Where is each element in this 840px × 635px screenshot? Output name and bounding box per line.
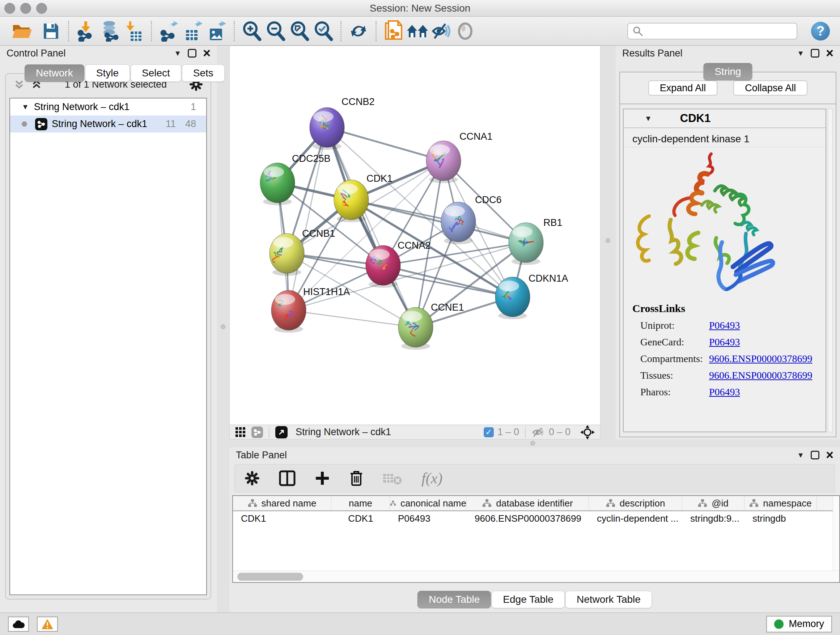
collapse-all-icon[interactable] [13, 78, 25, 90]
delete-column-icon[interactable] [349, 470, 363, 486]
crosshair-icon[interactable] [580, 424, 595, 440]
hide-glass-button[interactable] [429, 19, 453, 43]
network-canvas[interactable]: CCNB2CCNA1CDC25BCDK1CDC6RB1CCNB1CCNA2CDK… [230, 46, 600, 425]
zoom-in-button[interactable] [240, 19, 264, 43]
window-close-button[interactable] [4, 3, 15, 14]
right-splitter[interactable] [600, 46, 616, 440]
gear-icon[interactable] [244, 470, 260, 486]
table-cell[interactable]: cyclin-dependent ... [589, 511, 682, 526]
string-document-button[interactable] [382, 19, 406, 43]
network-node-HIST1H1A[interactable] [271, 290, 306, 333]
column-header-name[interactable]: name [332, 496, 390, 510]
results-scrollbar[interactable] [828, 109, 833, 432]
crosslink-link[interactable]: 9606.ENSP00000378699 [709, 370, 812, 381]
table-cell[interactable]: P06493 [390, 511, 467, 526]
zoom-fit-button[interactable] [287, 19, 311, 43]
panel-close-icon[interactable]: × [826, 451, 834, 459]
network-view[interactable]: CCNB2CCNA1CDC25BCDK1CDC6RB1CCNB1CCNA2CDK… [229, 46, 600, 440]
entry-expander-icon[interactable]: ▼ [645, 114, 652, 123]
network-edge[interactable] [351, 200, 526, 242]
network-edge[interactable] [327, 127, 416, 327]
tab-node-table[interactable]: Node Table [417, 591, 491, 608]
window-zoom-button[interactable] [36, 3, 47, 14]
network-edge[interactable] [289, 310, 416, 327]
node-details-header[interactable]: ▼ CDK1 [624, 109, 826, 128]
horizontal-splitter[interactable] [229, 440, 840, 448]
left-splitter[interactable] [217, 46, 229, 613]
eye-button[interactable] [453, 19, 477, 43]
table-vertical-scrollbar[interactable] [833, 496, 839, 570]
crosslink-link[interactable]: P06493 [709, 386, 740, 398]
table-cell[interactable]: stringdb:9... [682, 511, 745, 526]
hidden-eye-icon[interactable] [531, 427, 545, 438]
tab-sets[interactable]: Sets [182, 65, 225, 82]
network-node-CCNB1[interactable] [270, 233, 304, 276]
network-row[interactable]: String Network – cdk1 11 48 [10, 116, 206, 133]
tab-string[interactable]: String [703, 63, 752, 80]
save-session-button[interactable] [39, 19, 63, 43]
crosslink-link[interactable]: P06493 [709, 336, 740, 348]
detach-view-icon[interactable] [275, 426, 287, 439]
expand-all-button[interactable]: Expand All [648, 80, 718, 96]
panel-close-icon[interactable]: × [203, 49, 210, 57]
export-network-button[interactable] [157, 19, 181, 43]
refresh-button[interactable] [347, 19, 370, 43]
network-node-CCNB2[interactable] [309, 108, 344, 150]
table-horizontal-scrollbar[interactable] [233, 570, 839, 582]
help-button[interactable]: ? [811, 22, 830, 41]
table-cell[interactable]: stringdb [745, 511, 817, 526]
table-cell[interactable]: CDK1 [233, 511, 332, 526]
window-minimize-button[interactable] [20, 3, 31, 14]
search-box[interactable] [627, 23, 797, 40]
memory-button[interactable]: Memory [766, 616, 832, 632]
tab-edge-table[interactable]: Edge Table [492, 591, 565, 608]
column-header--id[interactable]: @id [682, 496, 745, 510]
network-node-CCNE1[interactable] [398, 307, 433, 350]
tab-network-table[interactable]: Network Table [565, 591, 652, 608]
home-button[interactable] [406, 19, 429, 43]
tab-select[interactable]: Select [131, 65, 181, 82]
tab-style[interactable]: Style [85, 65, 130, 82]
panel-menu-icon[interactable]: ▼ [797, 49, 804, 57]
network-node-RB1[interactable] [508, 223, 543, 265]
open-file-button[interactable] [10, 19, 34, 43]
warnings-button[interactable] [37, 616, 58, 632]
column-header-shared-name[interactable]: shared name [233, 496, 332, 510]
collapse-all-button[interactable]: Collapse All [733, 80, 807, 96]
splitter-grip[interactable] [221, 325, 225, 329]
panel-float-icon[interactable] [188, 49, 196, 57]
share-icon[interactable] [251, 426, 263, 438]
splitter-grip[interactable] [606, 238, 610, 243]
network-node-CCNA1[interactable] [426, 141, 461, 183]
import-network-button[interactable] [74, 19, 98, 43]
add-column-icon[interactable] [314, 470, 330, 486]
splitter-grip[interactable] [531, 441, 535, 446]
tab-network[interactable]: Network [25, 65, 84, 82]
select-columns-icon[interactable] [279, 470, 295, 486]
column-header-namespace[interactable]: namespace [745, 496, 817, 510]
column-header-database-identifier[interactable]: database identifier [467, 496, 589, 510]
grid-icon[interactable] [235, 426, 246, 438]
import-table-button[interactable] [122, 19, 146, 43]
panel-menu-icon[interactable]: ▼ [797, 451, 804, 459]
search-input[interactable] [647, 25, 792, 36]
import-database-button[interactable] [98, 19, 122, 43]
crosslink-link[interactable]: 9606.ENSP00000378699 [709, 353, 812, 364]
table-cell[interactable]: CDK1 [332, 511, 390, 526]
network-node-CDC25B[interactable] [260, 163, 295, 205]
network-collection-row[interactable]: ▼ String Network – cdk1 1 [10, 98, 206, 116]
table-row[interactable]: CDK1CDK1P064939606.ENSP00000378699cyclin… [233, 511, 839, 526]
selected-checkbox-icon[interactable]: ✓ [484, 427, 494, 437]
panel-float-icon[interactable] [811, 49, 819, 57]
column-header-canonical-name[interactable]: canonical name [390, 496, 467, 510]
export-image-button[interactable] [205, 19, 229, 43]
zoom-selected-button[interactable] [311, 19, 335, 43]
column-header-description[interactable]: description [589, 496, 682, 510]
tree-expander-icon[interactable]: ▼ [22, 103, 29, 111]
zoom-out-button[interactable] [264, 19, 287, 43]
network-node-CDKN1A[interactable] [495, 277, 530, 319]
cloud-button[interactable] [8, 616, 29, 632]
crosslink-link[interactable]: P06493 [709, 320, 740, 331]
panel-float-icon[interactable] [811, 451, 819, 459]
panel-menu-icon[interactable]: ▼ [174, 49, 181, 57]
